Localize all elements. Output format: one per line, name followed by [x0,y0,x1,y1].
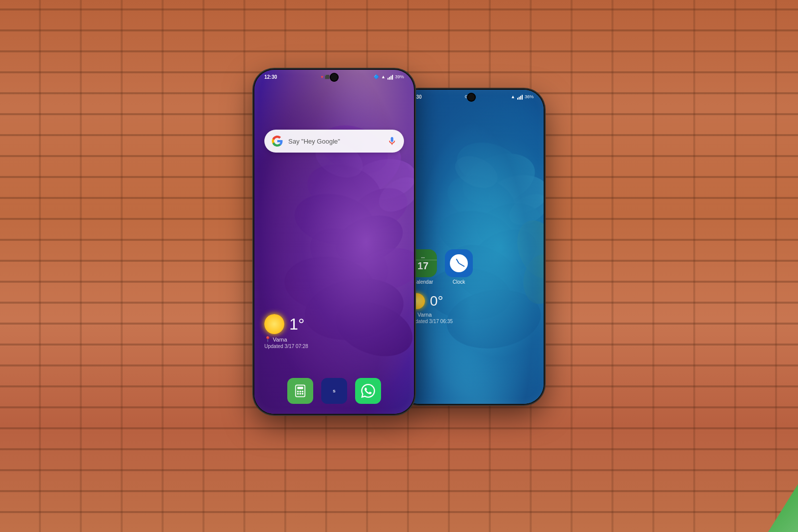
phone-left: 12:30 ♥ ⬛ 🔷 ▲ 39% [254,70,414,414]
svg-point-2 [349,154,414,204]
time-left: 12:30 [264,74,277,80]
svg-point-7 [299,215,399,303]
updated-left: Updated 3/17 07:28 [264,344,308,349]
signal-bar-r4 [522,95,523,100]
svg-point-5 [291,188,378,251]
clock-app[interactable]: Clock [445,249,473,285]
svg-point-3 [302,157,387,222]
bluetooth-icon: 🔷 [374,74,379,79]
status-right-left: 🔷 ▲ 39% [374,74,404,80]
wifi-icon-left: ▲ [381,74,386,79]
calculator-app-icon[interactable] [287,378,313,404]
signal-bar-r1 [517,98,518,100]
svg-point-13 [373,170,414,218]
mic-icon[interactable] [387,136,397,146]
clock-minute-hand [459,263,465,267]
svg-point-16 [297,390,299,392]
svg-point-20 [299,393,301,395]
clock-icon [445,249,473,277]
phone-right-screen: 12:30 ⚙ ▲ 36% [399,90,544,404]
svg-point-30 [490,254,544,304]
signal-bar-r3 [520,96,521,100]
sun-icon-left [264,314,284,334]
wallpaper-purple [254,70,414,414]
battery-right: 36% [525,94,534,99]
svg-point-32 [443,284,544,354]
signal-bar-r2 [519,97,520,100]
app-icons-row: ▪▪▪ 17 Calendar Clock [409,249,473,285]
location-right: 📍 Varna [409,311,453,318]
signal-bars-left [388,74,393,80]
svg-point-24 [486,171,544,218]
temp-right: 0° [430,294,443,308]
location-left: 📍 Varna [264,336,308,343]
search-bar[interactable]: Say "Hey Google" [264,130,404,153]
svg-point-10 [300,271,408,348]
phone-right: 12:30 ⚙ ▲ 36% [399,90,544,404]
svg-point-22 [455,144,542,215]
samsung-app-icon[interactable]: S [321,378,347,404]
svg-point-9 [282,253,377,315]
blue-flowers-svg [399,90,544,404]
svg-rect-15 [297,387,303,389]
signal-bar-3 [391,76,392,80]
svg-point-19 [297,393,299,395]
phones-container: 12:30 ♥ ⬛ 🔷 ▲ 39% [0,0,798,532]
svg-point-17 [299,390,301,392]
svg-point-8 [353,242,414,297]
search-placeholder: Say "Hey Google" [288,138,387,145]
camera-hole-right [468,94,475,101]
svg-point-28 [463,220,544,289]
phone-left-screen: 12:30 ♥ ⬛ 🔷 ▲ 39% [254,70,414,414]
battery-left: 39% [395,74,404,79]
svg-point-25 [441,167,522,232]
svg-point-21 [302,393,304,395]
svg-point-35 [510,214,544,284]
wifi-icon-right: ▲ [511,94,515,99]
clock-face [450,254,468,272]
signal-bars-right [517,94,523,100]
svg-point-23 [452,136,525,193]
google-logo [271,135,283,147]
heart-icon: ♥ [321,75,323,79]
svg-point-36 [520,252,544,307]
updated-right: Updated 3/17 06:35 [409,319,453,324]
camera-hole-left [331,74,338,81]
calendar-label: Calendar [413,279,433,285]
status-right-right: ▲ 36% [511,94,534,100]
svg-point-34 [504,187,544,231]
signal-bar-1 [388,78,389,80]
svg-point-4 [344,179,414,239]
svg-point-26 [472,197,544,252]
calendar-date: 17 [417,260,428,272]
pin-icon-left: 📍 [264,336,271,343]
wallpaper-blue [399,90,544,404]
svg-point-6 [329,207,409,272]
bottom-dock-left: S [254,378,414,404]
clock-label: Clock [452,279,465,285]
signal-bar-4 [392,75,393,80]
svg-point-18 [302,390,304,392]
weather-widget-left: 1° 📍 Varna Updated 3/17 07:28 [264,314,308,349]
signal-bar-2 [389,77,390,80]
whatsapp-app-icon[interactable] [355,378,381,404]
svg-point-33 [450,150,502,194]
dex-icon: ⬛ [325,75,330,79]
weather-widget-right: 0° 📍 Varna Updated 3/17 06:35 [409,293,453,324]
purple-flowers-svg [254,70,414,414]
svg-point-11 [328,292,414,366]
temp-left: 1° [289,316,305,332]
